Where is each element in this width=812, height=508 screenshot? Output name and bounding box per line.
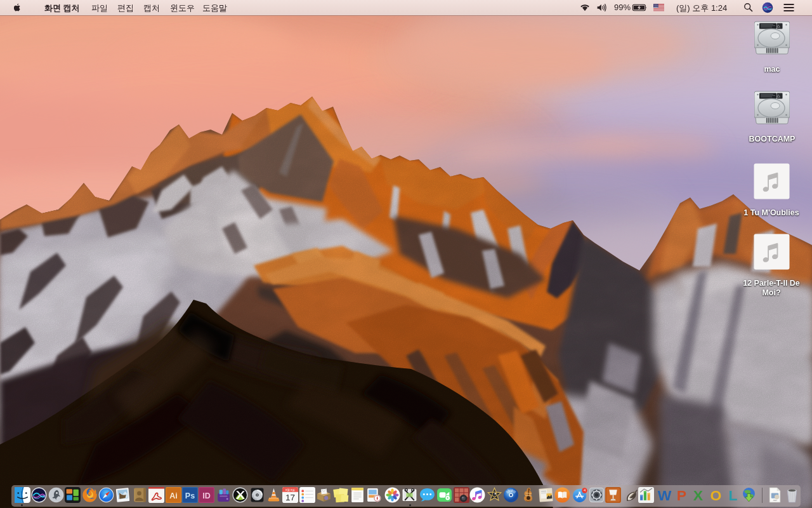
svg-text:Ai: Ai [169, 491, 178, 500]
svg-text:L: L [728, 487, 737, 503]
svg-text:P: P [676, 487, 686, 503]
svg-text:8월 8일: 8월 8일 [285, 488, 295, 491]
svg-text:17: 17 [285, 493, 294, 502]
svg-text:ID: ID [202, 491, 211, 500]
svg-text:Ps: Ps [185, 491, 194, 500]
svg-text:.mov: .mov [773, 499, 777, 502]
svg-text:X: X [693, 487, 703, 503]
svg-text:W: W [657, 487, 671, 503]
svg-text:O: O [710, 487, 721, 503]
